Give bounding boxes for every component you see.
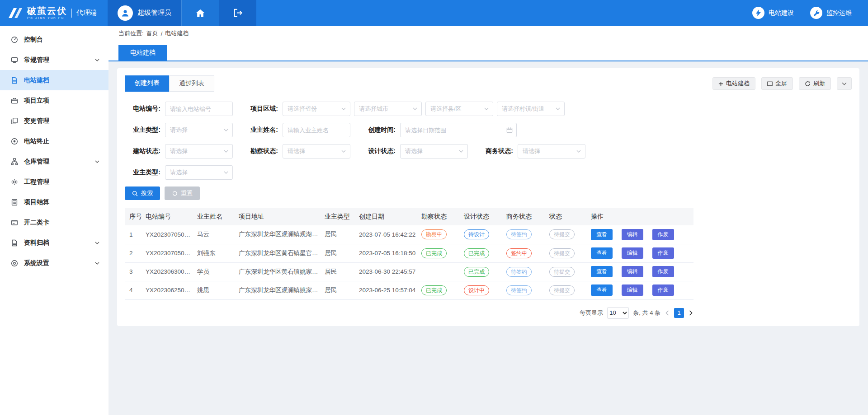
tab-passed-list[interactable]: 通过列表 xyxy=(169,75,214,92)
filter-label: 业主姓名: xyxy=(242,126,278,134)
nav-station-build[interactable]: 电站建设 xyxy=(752,0,794,26)
filter-owner-name: 业主姓名: xyxy=(242,123,350,137)
page-tab-station-filing[interactable]: 电站建档 xyxy=(118,45,167,61)
pagination: 每页显示 10 条, 共 4 条 1 xyxy=(125,307,693,319)
tab-create-list[interactable]: 创建列表 xyxy=(125,75,169,92)
sidebar-item-change-mgmt[interactable]: 变更管理 xyxy=(0,111,108,131)
search-button[interactable]: 搜索 xyxy=(125,187,160,200)
design-status-select[interactable]: 请选择 xyxy=(400,144,468,159)
select-placeholder: 请选择省份 xyxy=(288,105,317,113)
cell-business-status: 待签约 xyxy=(504,225,547,244)
sidebar-item-project-initiation[interactable]: 项目立项 xyxy=(0,90,108,111)
nav-monitor-ops[interactable]: 监控运维 xyxy=(810,0,852,26)
edit-button[interactable]: 编辑 xyxy=(622,229,643,240)
province-select[interactable]: 请选择省份 xyxy=(283,102,350,116)
sidebar-item-station-termination[interactable]: 电站终止 xyxy=(0,131,108,151)
sidebar-item-warehouse-mgmt[interactable]: 仓库管理 xyxy=(0,151,108,172)
view-button[interactable]: 查看 xyxy=(591,247,613,259)
void-button[interactable]: 作废 xyxy=(652,284,674,296)
sidebar-item-general-mgmt[interactable]: 常规管理 xyxy=(0,50,108,70)
edit-button[interactable]: 编辑 xyxy=(622,284,643,296)
edit-button[interactable]: 编辑 xyxy=(622,247,643,259)
table-header-row: 序号 电站编号 业主姓名 项目地址 业主类型 创建日期 勘察状态 设计状态 商务… xyxy=(125,208,693,225)
cell-address: 广东深圳龙华区黄石镇星官大... xyxy=(236,244,322,262)
col-actions: 操作 xyxy=(588,208,693,225)
filter-label: 建站状态: xyxy=(125,147,160,155)
cell-business-status: 签约中 xyxy=(504,244,547,262)
reset-button[interactable]: 重置 xyxy=(165,187,200,200)
home-button[interactable] xyxy=(181,0,219,26)
add-station-button[interactable]: 电站建档 xyxy=(712,77,755,90)
build-status-select[interactable]: 请选择 xyxy=(165,144,233,159)
sidebar-item-archive[interactable]: 资料归档 xyxy=(0,233,108,253)
sidebar-item-label: 工程管理 xyxy=(24,178,49,186)
cell-actions: 查看 编辑 作废 xyxy=(588,244,693,262)
sidebar-item-system-settings[interactable]: 系统设置 xyxy=(0,253,108,273)
filter-region: 项目区域: 请选择省份 请选择城市 xyxy=(242,102,565,116)
view-button[interactable]: 查看 xyxy=(591,266,613,277)
monitor-icon xyxy=(11,56,18,64)
status-badge: 待提交 xyxy=(549,267,575,277)
sidebar-item-engineering-mgmt[interactable]: 工程管理 xyxy=(0,172,108,192)
business-status-select[interactable]: 请选择 xyxy=(518,144,585,159)
cell-owner-type: 居民 xyxy=(322,262,356,281)
sidebar-item-label: 系统设置 xyxy=(24,259,49,267)
city-select[interactable]: 请选择城市 xyxy=(354,102,422,116)
select-placeholder: 请选择 xyxy=(523,147,540,155)
next-page-button[interactable] xyxy=(688,310,693,316)
station-no-input[interactable] xyxy=(165,102,233,116)
owner-type-select[interactable]: 请选择 xyxy=(165,123,233,137)
collapse-filters-button[interactable] xyxy=(837,77,852,90)
survey-status-select[interactable]: 请选择 xyxy=(283,144,350,159)
chevron-down-icon xyxy=(341,107,346,110)
county-select[interactable]: 请选择县/区 xyxy=(425,102,493,116)
survey-status-badge: 已完成 xyxy=(421,248,447,258)
user-menu[interactable]: 超级管理员 xyxy=(108,0,181,26)
breadcrumb-prefix: 当前位置: xyxy=(118,29,144,37)
chevron-down-icon xyxy=(484,107,489,110)
cell-actions: 查看 编辑 作废 xyxy=(588,262,693,281)
cell-owner-name: 学员 xyxy=(194,262,236,281)
cell-survey-status: 勘察中 xyxy=(419,225,461,244)
cell-survey-status xyxy=(419,262,461,281)
status-badge: 待提交 xyxy=(549,248,575,258)
void-button[interactable]: 作废 xyxy=(652,229,674,240)
page-tab-strip: 电站建档 xyxy=(108,41,868,61)
prev-page-button[interactable] xyxy=(665,310,670,316)
chevron-down-icon xyxy=(95,262,99,265)
per-page-select[interactable]: 10 xyxy=(607,307,629,319)
date-range-input[interactable] xyxy=(400,123,517,137)
chevron-down-icon xyxy=(413,107,417,110)
chevron-down-icon xyxy=(576,150,581,153)
page-number-1[interactable]: 1 xyxy=(674,308,684,318)
view-button[interactable]: 查看 xyxy=(591,229,613,240)
dashboard-icon xyxy=(11,36,18,43)
breadcrumb-home[interactable]: 首页 xyxy=(146,29,158,37)
fullscreen-button[interactable]: 全屏 xyxy=(761,77,793,90)
sidebar-item-project-settlement[interactable]: 项目结算 xyxy=(0,192,108,212)
edit-button[interactable]: 编辑 xyxy=(622,266,643,277)
owner-type-2-select[interactable]: 请选择 xyxy=(165,165,233,180)
cell-design-status: 已完成 xyxy=(461,244,504,262)
view-button[interactable]: 查看 xyxy=(591,284,613,296)
select-placeholder: 请选择村镇/街道 xyxy=(502,105,545,113)
cell-survey-status: 已完成 xyxy=(419,244,461,262)
sidebar-item-type2-card[interactable]: 开二类卡 xyxy=(0,212,108,233)
date-range-picker[interactable] xyxy=(400,123,517,137)
filter-owner-type: 业主类型: 请选择 xyxy=(125,123,233,137)
portal-label: 代理端 xyxy=(76,9,97,17)
chevron-down-icon xyxy=(556,107,560,110)
owner-name-input[interactable] xyxy=(283,123,350,137)
void-button[interactable]: 作废 xyxy=(652,266,674,277)
sidebar-item-console[interactable]: 控制台 xyxy=(0,29,108,50)
filter-label: 项目区域: xyxy=(242,105,278,113)
plus-icon xyxy=(718,81,723,86)
logout-button[interactable] xyxy=(219,0,256,26)
list-tabs: 创建列表 通过列表 xyxy=(125,75,214,92)
village-select[interactable]: 请选择村镇/街道 xyxy=(497,102,565,116)
sidebar-item-station-filing[interactable]: 电站建档 xyxy=(0,70,108,90)
chevron-down-icon xyxy=(341,150,346,153)
cell-address: 广东深圳龙华区观澜镇姚家庄... xyxy=(236,281,322,299)
refresh-button[interactable]: 刷新 xyxy=(799,77,831,90)
void-button[interactable]: 作废 xyxy=(652,247,674,259)
